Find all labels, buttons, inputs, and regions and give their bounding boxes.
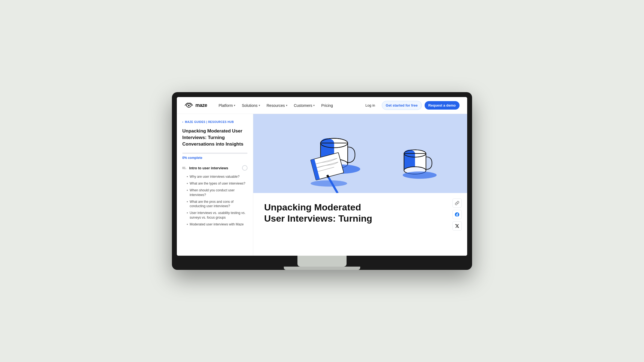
link-icon: [455, 201, 459, 205]
toc-section-header: 01. Intro to user interviews: [182, 165, 248, 171]
platform-chevron-icon: ▾: [234, 104, 235, 107]
breadcrumb: ‹ MAZE GUIDES | RESOURCES HUB: [182, 120, 248, 123]
login-button[interactable]: Log in: [362, 101, 379, 110]
share-link-button[interactable]: [452, 198, 462, 208]
svg-point-20: [311, 180, 347, 186]
logo[interactable]: maze: [184, 102, 207, 108]
toc-item[interactable]: What are the pros and cons of conducting…: [187, 198, 248, 210]
article-section: Unpacking Moderated User Interviews: Tur…: [253, 193, 467, 256]
progress-bar-container: [182, 153, 248, 154]
sidebar-title: Unpacking Moderated User Interviews: Tur…: [182, 128, 248, 147]
logo-icon: [184, 103, 193, 108]
nav-platform[interactable]: Platform ▾: [216, 101, 238, 110]
toc-item[interactable]: Moderated user interviews with Maze: [187, 221, 248, 228]
svg-point-0: [188, 105, 189, 106]
toc-items: Why are user interviews valuable? What a…: [182, 173, 248, 228]
get-started-button[interactable]: Get started for free: [382, 101, 422, 110]
nav-resources[interactable]: Resources ▾: [264, 101, 290, 110]
toc-section-1: 01. Intro to user interviews Why are use…: [182, 165, 248, 228]
solutions-chevron-icon: ▾: [259, 104, 260, 107]
breadcrumb-text: MAZE GUIDES | RESOURCES HUB: [185, 120, 234, 123]
toc-item[interactable]: Why are user interviews valuable?: [187, 173, 248, 180]
progress-label: 0% complete: [182, 156, 248, 160]
svg-point-30: [403, 171, 437, 179]
toc-section-circle: [242, 165, 248, 171]
facebook-icon: [455, 212, 459, 217]
share-sidebar: [452, 198, 462, 231]
share-twitter-button[interactable]: [452, 221, 462, 231]
content-area: Unpacking Moderated User Interviews: Tur…: [253, 114, 467, 256]
toc-item[interactable]: What are the types of user interviews?: [187, 180, 248, 187]
toc-item[interactable]: When should you conduct user interviews?: [187, 187, 248, 198]
monitor-stand: [297, 256, 347, 267]
nav-customers[interactable]: Customers ▾: [291, 101, 318, 110]
x-twitter-icon: [455, 224, 459, 228]
main-content: ‹ MAZE GUIDES | RESOURCES HUB Unpacking …: [177, 114, 467, 256]
navbar: maze Platform ▾ Solutions ▾ Resources ▾ …: [177, 97, 467, 114]
toc-item[interactable]: User interviews vs. usability testing vs…: [187, 210, 248, 221]
svg-rect-1: [253, 116, 467, 191]
nav-actions: Log in Get started for free Request a de…: [362, 101, 460, 110]
hero-image: [253, 114, 467, 193]
toc-section-title: Intro to user interviews: [189, 166, 228, 170]
share-facebook-button[interactable]: [452, 210, 462, 219]
request-demo-button[interactable]: Request a demo: [425, 101, 460, 110]
sidebar: ‹ MAZE GUIDES | RESOURCES HUB Unpacking …: [177, 114, 253, 256]
nav-pricing[interactable]: Pricing: [318, 101, 336, 110]
article-title: Unpacking Moderated User Interviews: Tur…: [264, 202, 428, 224]
nav-solutions[interactable]: Solutions ▾: [239, 101, 263, 110]
toc-section-number: 01.: [182, 166, 186, 170]
resources-chevron-icon: ▾: [286, 104, 287, 107]
hero-illustration: [253, 114, 467, 193]
customers-chevron-icon: ▾: [313, 104, 315, 107]
nav-links: Platform ▾ Solutions ▾ Resources ▾ Custo…: [216, 101, 353, 110]
logo-text: maze: [195, 102, 207, 108]
monitor-base: [284, 267, 360, 270]
breadcrumb-chevron-icon: ‹: [182, 120, 183, 123]
